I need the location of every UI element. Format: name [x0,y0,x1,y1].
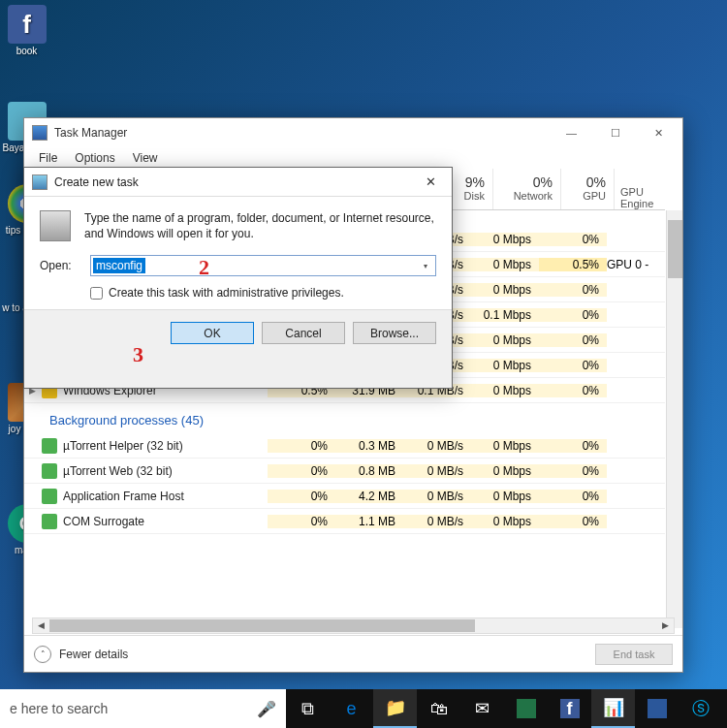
open-label: Open: [40,259,90,272]
dialog-title: Create new task [54,175,411,189]
taskbar-skype[interactable]: ⓢ [679,689,722,728]
dialog-close-button[interactable]: ✕ [411,170,450,195]
process-row[interactable]: Application Frame Host0%4.2 MB0 MB/s0 Mb… [24,484,665,509]
facebook-icon: f [8,5,47,44]
scroll-left-arrow[interactable]: ◀ [33,618,49,633]
task-manager-icon [32,125,47,141]
menu-file[interactable]: File [30,149,66,167]
taskbar-task-manager[interactable]: 📊 [591,689,635,728]
col-gpu-engine[interactable]: GPU Engine [614,169,681,209]
open-combobox[interactable]: msconfig ▾ [90,255,436,276]
taskbar-excel[interactable] [504,689,548,728]
taskbar-explorer[interactable]: 📁 [373,689,417,728]
fewer-details-button[interactable]: ˄ Fewer details [34,646,128,663]
search-box[interactable]: e here to search 🎤 [0,689,286,728]
window-title: Task Manager [54,126,550,140]
annotation-2: 2 [199,255,209,280]
annotation-3: 3 [133,342,143,367]
task-view-button[interactable]: ⧉ [286,689,330,728]
col-gpu[interactable]: 0%GPU [560,169,614,209]
run-dialog-icon [32,174,47,190]
create-task-dialog: Create new task ✕ Type the name of a pro… [23,167,453,389]
footer: ˄ Fewer details End task [24,635,682,672]
taskbar-edge[interactable]: e [330,689,373,728]
cancel-button[interactable]: Cancel [262,322,345,344]
search-placeholder: e here to search [10,701,108,716]
menubar: File Options View [24,147,682,169]
process-row[interactable]: µTorrent Helper (32 bit)0%0.3 MB0 MB/s0 … [24,433,665,459]
titlebar[interactable]: Task Manager — ☐ ✕ [24,118,682,147]
background-section-header: Background processes (45) [24,403,665,433]
admin-checkbox[interactable] [90,287,103,300]
process-row[interactable]: COM Surrogate0%1.1 MB0 MB/s0 Mbps0% [24,509,665,534]
menu-view[interactable]: View [124,149,167,167]
menu-options[interactable]: Options [66,149,123,167]
taskbar-word[interactable] [635,689,679,728]
end-task-button[interactable]: End task [595,644,673,665]
scrollbar-horizontal[interactable]: ◀ ▶ [32,617,675,634]
scrollbar-vertical[interactable] [666,210,682,628]
taskbar-store[interactable]: 🛍 [417,689,460,728]
taskbar-facebook[interactable]: f [548,689,591,728]
run-icon [40,210,71,241]
desktop-icon-facebook[interactable]: fbook [0,5,53,56]
admin-checkbox-label: Create this task with administrative pri… [109,286,344,300]
maximize-button[interactable]: ☐ [593,119,637,146]
microphone-icon[interactable]: 🎤 [257,700,276,718]
process-row[interactable]: µTorrent Web (32 bit)0%0.8 MB0 MB/s0 Mbp… [24,459,665,484]
taskbar-mail[interactable]: ✉ [460,689,504,728]
chevron-up-icon: ˄ [34,646,51,663]
browse-button[interactable]: Browse... [353,322,436,344]
close-button[interactable]: ✕ [637,119,680,146]
minimize-button[interactable]: — [550,119,593,146]
chevron-down-icon[interactable]: ▾ [418,258,433,273]
dialog-message: Type the name of a program, folder, docu… [84,210,436,241]
open-value: msconfig [93,258,145,273]
scroll-right-arrow[interactable]: ▶ [657,618,674,633]
ok-button[interactable]: OK [171,322,254,344]
taskbar: e here to search 🎤 ⧉ e 📁 🛍 ✉ f 📊 ⓢ [0,689,727,728]
dialog-titlebar[interactable]: Create new task ✕ [24,168,452,197]
col-network[interactable]: 0%Network [492,169,560,209]
